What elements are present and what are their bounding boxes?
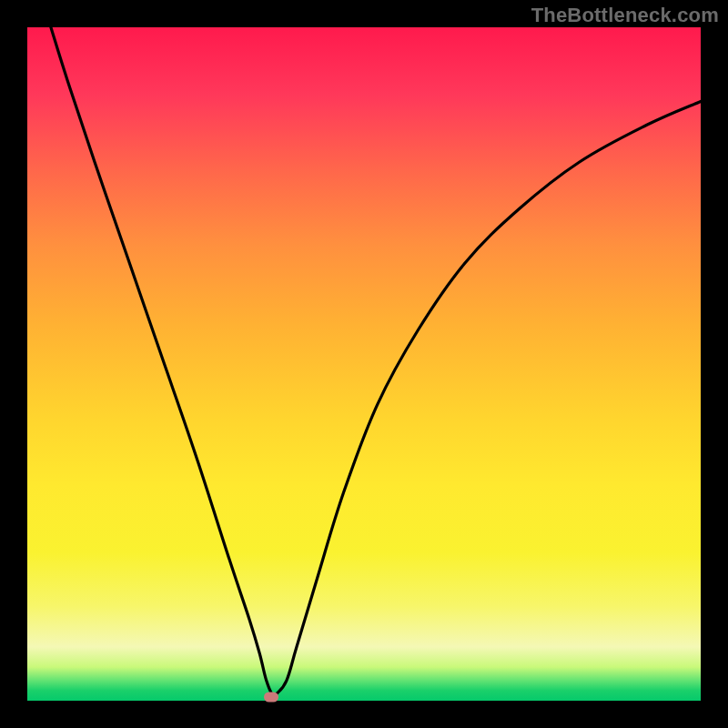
- minimum-marker: [264, 692, 278, 702]
- watermark-text: TheBottleneck.com: [531, 4, 719, 27]
- plot-area: [27, 27, 701, 701]
- bottleneck-curve: [27, 27, 701, 701]
- chart-frame: TheBottleneck.com: [0, 0, 728, 728]
